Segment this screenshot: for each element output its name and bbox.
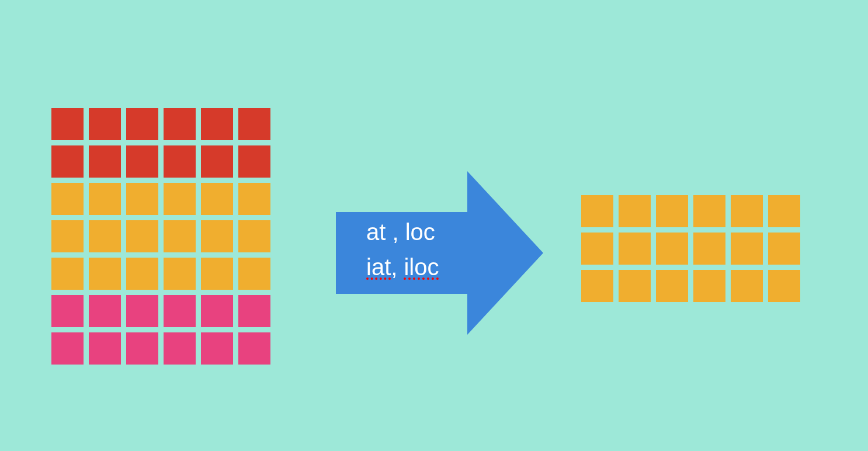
grid-cell: [656, 195, 688, 227]
grid-cell: [238, 183, 270, 215]
grid-cell: [201, 220, 233, 252]
label-iloc: iloc: [404, 254, 439, 280]
grid-cell: [238, 258, 270, 290]
grid-cell: [126, 258, 158, 290]
grid-cell: [51, 258, 84, 290]
grid-cell: [656, 270, 688, 302]
grid-cell: [89, 295, 121, 327]
grid-cell: [768, 270, 800, 302]
grid-cell: [656, 233, 688, 265]
grid-cell: [619, 195, 651, 227]
grid-cell: [731, 233, 763, 265]
grid-cell: [693, 270, 725, 302]
grid-cell: [201, 295, 233, 327]
grid-cell: [51, 332, 84, 365]
grid-cell: [126, 295, 158, 327]
grid-cell: [164, 145, 196, 178]
grid-cell: [164, 295, 196, 327]
grid-cell: [89, 258, 121, 290]
grid-cell: [51, 108, 84, 140]
arrow-label-line1: at , loc: [366, 214, 439, 249]
grid-cell: [51, 295, 84, 327]
grid-cell: [201, 258, 233, 290]
label-at: at: [366, 219, 386, 245]
label-iat: iat: [366, 254, 391, 280]
grid-cell: [51, 145, 84, 178]
grid-cell: [126, 183, 158, 215]
source-dataframe-grid: [51, 108, 270, 365]
grid-cell: [89, 220, 121, 252]
grid-cell: [238, 145, 270, 178]
arrow-label: at , loc iat, iloc: [366, 214, 439, 285]
grid-cell: [164, 258, 196, 290]
grid-cell: [51, 183, 84, 215]
grid-cell: [89, 108, 121, 140]
grid-cell: [238, 220, 270, 252]
grid-cell: [164, 183, 196, 215]
grid-cell: [201, 183, 233, 215]
label-sep2: ,: [391, 254, 404, 280]
grid-cell: [201, 145, 233, 178]
grid-cell: [581, 195, 613, 227]
grid-cell: [619, 233, 651, 265]
grid-cell: [581, 270, 613, 302]
grid-cell: [731, 270, 763, 302]
grid-cell: [89, 332, 121, 365]
label-sep1: ,: [386, 219, 405, 245]
grid-cell: [693, 195, 725, 227]
grid-cell: [201, 108, 233, 140]
grid-cell: [126, 145, 158, 178]
grid-cell: [768, 233, 800, 265]
grid-cell: [89, 145, 121, 178]
grid-cell: [201, 332, 233, 365]
grid-cell: [238, 332, 270, 365]
grid-cell: [238, 295, 270, 327]
grid-cell: [238, 108, 270, 140]
result-dataframe-grid: [581, 195, 800, 302]
grid-cell: [164, 332, 196, 365]
grid-cell: [768, 195, 800, 227]
grid-cell: [164, 220, 196, 252]
grid-cell: [581, 233, 613, 265]
grid-cell: [164, 108, 196, 140]
grid-cell: [693, 233, 725, 265]
label-loc: loc: [405, 219, 435, 245]
grid-cell: [89, 183, 121, 215]
grid-cell: [126, 108, 158, 140]
grid-cell: [51, 220, 84, 252]
grid-cell: [126, 220, 158, 252]
grid-cell: [731, 195, 763, 227]
grid-cell: [126, 332, 158, 365]
grid-cell: [619, 270, 651, 302]
arrow-label-line2: iat, iloc: [366, 249, 439, 285]
